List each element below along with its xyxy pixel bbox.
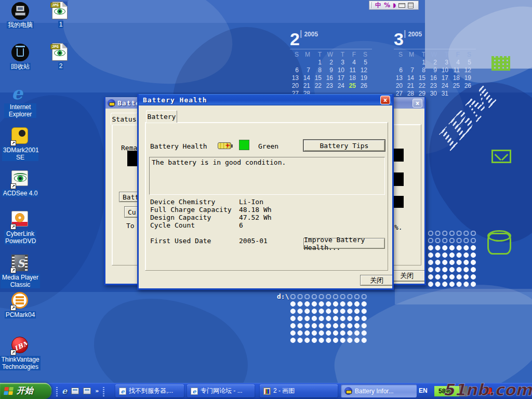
language-indicator[interactable]: EN [419,387,428,394]
desktop-icon-powerdvd[interactable]: ↗ CyberLink PowerDVD [0,211,41,245]
ime-chinese-mode-icon[interactable]: 中 [375,1,381,10]
close-icon[interactable]: x [380,96,390,104]
calendar-day: 16 [324,74,336,82]
task-button-forum[interactable]: e 专门网论坛 - ... [187,384,255,397]
calendar-day-header: S [462,51,474,59]
jpg-file-icon: JPG [52,2,70,19]
desktop-icon-jpg-2[interactable]: JPG 2 [48,43,74,70]
shortcut-arrow-icon: ↗ [10,268,16,273]
shortcut-arrow-icon: ↗ [10,350,16,355]
calendar-day-header: S [290,51,301,59]
3dmark2001-icon: ↗ [11,127,29,145]
quick-launch-overflow-chevron[interactable]: » [95,388,99,394]
soft-keyboard-icon[interactable] [398,3,405,8]
battery-image [393,172,404,186]
quick-launch-show-desktop-icon[interactable] [83,388,91,394]
calendar-day-header: M [405,51,417,59]
calendar-day-header: T [440,51,451,59]
calendar-day: 15 [313,74,324,82]
field-label: Full Charge Capacity [150,206,232,214]
field-value: Li-Ion [239,198,263,206]
dialog-title: Battery Health [141,96,378,104]
calendar-day-header: T [417,51,428,59]
desktop-icon-thinkvantage[interactable]: IBM↗ ThinkVantage Technologies [0,337,41,370]
calendar-day: 18 [451,74,462,82]
calendar-day: 12 [462,66,474,74]
battery-health-titlebar[interactable]: Battery Health x [139,94,392,105]
desktop-icon-media-player-classic[interactable]: S↗ Media Player Classic [0,255,41,288]
task-button-battery-information[interactable]: Battery Infor... [341,384,417,397]
ie-page-icon: e [191,388,198,395]
task-button-paint[interactable]: 2 - 画图 [260,384,338,397]
field-value: 6 [239,221,243,229]
calendar-day: 4 [347,59,358,66]
calendar-day-header: T [336,51,347,59]
wallpaper-cylinder-icon [487,233,511,255]
improve-battery-health-button[interactable]: Improve Battery Health... [303,238,385,249]
quick-launch-ie-icon[interactable]: e [62,386,67,396]
condition-textbox[interactable]: The battery is in good condition. [149,157,385,195]
ime-menu-icon[interactable] [408,3,414,8]
field-value: 2005-01 [239,237,268,245]
calendar-day: 6 [290,66,301,74]
start-button[interactable]: 开始 [0,383,51,399]
language-bar[interactable]: 中 % ◗ [369,1,419,10]
desktop-icon-jpg-1[interactable]: JPG 1 [48,2,74,28]
calendar-grid: SMTWTFS123456789101112131415161718192021… [394,49,476,98]
calendar-day: 16 [428,74,440,82]
calendar-day-header: T [313,51,324,59]
calendar-year: 2005 [304,31,318,38]
field-label: Device Chemistry [150,198,215,206]
calendar-day-highlighted: 25 [347,82,358,90]
paint-icon [263,388,271,395]
calendar-day: 13 [290,74,301,82]
calendar-day-header: F [347,51,358,59]
desktop-icon-recycle-bin[interactable]: 回收站 [0,44,41,70]
acdsee-icon: ↗ [11,170,29,188]
shortcut-arrow-icon: ↗ [10,140,16,146]
calendar-day [301,59,313,66]
field-value: 47.52 Wh [239,214,272,221]
battery-image [393,149,404,162]
calendar-day: 28 [405,90,417,98]
quick-launch-outlook-icon[interactable] [71,388,79,394]
calendar-day: 7 [405,66,417,74]
dots-pattern-bottom [289,300,368,344]
desktop-icon-acdsee[interactable]: ↗ ACDSee 4.0 [0,170,41,197]
tab-status[interactable]: Status [111,113,138,125]
ime-fullwidth-icon[interactable]: % [384,2,390,9]
calendar-year: 2005 [408,31,422,38]
field-label: Design Capacity [150,214,211,221]
calendar-day: 21 [301,82,313,90]
calendar-day: 25 [451,82,462,90]
calendar-day: 12 [358,66,370,74]
calendar-day: 24 [440,82,451,90]
powerdvd-icon: ↗ [11,211,29,229]
toolbar-grip[interactable] [103,386,104,396]
task-button-server-not-found[interactable]: e 找不到服务器,... [115,384,184,397]
tab-battery[interactable]: Battery [146,110,177,123]
calendar-day: 20 [394,82,405,90]
close-button[interactable]: 关闭 [360,275,392,286]
language-bar-grip[interactable] [371,2,373,8]
calendar-day: 26 [358,82,370,90]
calendar-day: 3 [336,59,347,66]
desktop-icon-my-computer[interactable]: 我的电脑 [0,2,41,29]
calendar-day: 17 [440,74,451,82]
field-label: Cycle Count [150,221,195,229]
dots-pattern-bottom [289,293,368,300]
desktop-icon-pcmark04[interactable]: ↗ PCMark04 [0,292,41,318]
desktop-icon-3dmark2001[interactable]: ↗ 3DMark2001 SE [0,127,41,161]
toolbar-grip[interactable] [56,386,58,396]
battery-info-icon [344,387,352,395]
battery-tips-button[interactable]: Battery Tips [303,140,385,151]
close-icon[interactable]: x [413,99,422,108]
pcmark04-icon: ↗ [11,292,29,310]
ime-punctuation-icon[interactable]: ◗ [393,2,396,9]
dots-pattern-right [427,244,477,288]
desktop-icon-internet-explorer[interactable]: e Internet Explorer [0,84,41,118]
calendar-day: 2 [428,59,440,66]
wallpaper-calendar-february: 2|2005 SMTWTFS12345678910111213141516171… [290,29,372,98]
calendar-day: 31 [440,90,451,98]
calendar-day: 5 [358,59,370,66]
